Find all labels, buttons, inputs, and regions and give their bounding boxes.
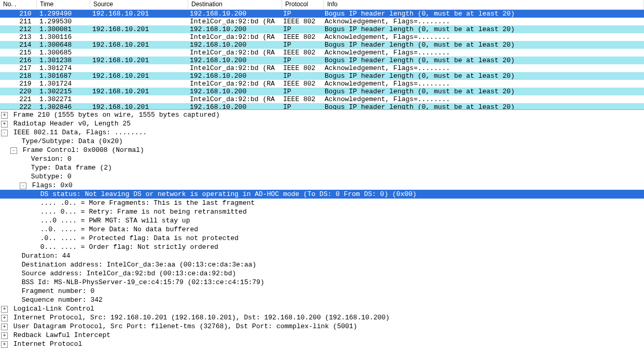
cell-dst: IntelCor_da:92:bd (RA bbox=[187, 18, 280, 25]
detail-text: Source address: IntelCor_da:92:bd (00:13… bbox=[22, 269, 236, 278]
detail-row[interactable]: Type/Subtype: Data (0x20) bbox=[0, 137, 644, 146]
cell-proto: IEEE 802 bbox=[280, 64, 321, 72]
tree-spacer bbox=[10, 138, 16, 144]
detail-text: Logical-Link Control bbox=[13, 304, 94, 313]
packet-row[interactable]: 2161.301238192.168.10.201192.168.10.200I… bbox=[0, 57, 644, 64]
detail-text: Internet Protocol bbox=[13, 340, 82, 348]
expand-icon[interactable]: + bbox=[1, 324, 8, 330]
detail-row[interactable]: Version: 0 bbox=[0, 155, 644, 163]
col-header-protocol[interactable]: Protocol bbox=[282, 0, 324, 9]
detail-text: Destination address: IntelCor_da:3e:aa (… bbox=[22, 260, 256, 269]
packet-row[interactable]: 2101.299490192.168.10.201192.168.10.200I… bbox=[0, 10, 644, 18]
col-header-source[interactable]: Source bbox=[90, 0, 188, 9]
detail-text: Duration: 44 bbox=[22, 251, 71, 260]
expand-icon[interactable]: + bbox=[1, 306, 8, 313]
packet-row[interactable]: 2171.301274IntelCor_da:92:bd (RAIEEE 802… bbox=[0, 64, 644, 72]
cell-src: 192.168.10.201 bbox=[89, 57, 187, 64]
cell-proto: IEEE 802 bbox=[280, 49, 321, 57]
detail-row[interactable]: .0.. .... = Protected flag: Data is not … bbox=[0, 234, 644, 243]
cell-time: 1.301687 bbox=[36, 72, 89, 80]
detail-row[interactable]: ..0. .... = More Data: No data buffered bbox=[0, 225, 644, 234]
cell-time: 1.300685 bbox=[36, 49, 89, 57]
packet-list-body[interactable]: 2101.299490192.168.10.201192.168.10.200I… bbox=[0, 10, 644, 109]
detail-row[interactable]: Duration: 44 bbox=[0, 251, 644, 260]
tree-spacer bbox=[20, 174, 25, 179]
tree-spacer bbox=[10, 297, 16, 303]
tree-spacer bbox=[10, 262, 16, 268]
packet-row[interactable]: 2201.302215192.168.10.201192.168.10.200I… bbox=[0, 88, 644, 95]
col-header-no[interactable]: No. . bbox=[0, 0, 37, 9]
cell-time: 1.300081 bbox=[36, 25, 89, 33]
packet-row[interactable]: 2191.301724IntelCor_da:92:bd (RAIEEE 802… bbox=[0, 80, 644, 88]
detail-row[interactable]: Destination address: IntelCor_da:3e:aa (… bbox=[0, 260, 644, 269]
cell-src bbox=[89, 49, 187, 57]
detail-row[interactable]: .... .0.. = More Fragments: This is the … bbox=[0, 199, 644, 207]
packet-row[interactable]: 2211.302271IntelCor_da:92:bd (RAIEEE 802… bbox=[0, 95, 644, 103]
detail-row[interactable]: + User Datagram Protocol, Src Port: file… bbox=[0, 322, 644, 331]
col-header-destination[interactable]: Destination bbox=[188, 0, 282, 9]
detail-text: Subtype: 0 bbox=[31, 172, 72, 181]
packet-row[interactable]: 2111.299530IntelCor_da:92:bd (RAIEEE 802… bbox=[0, 18, 644, 25]
detail-row[interactable]: Source address: IntelCor_da:92:bd (00:13… bbox=[0, 269, 644, 278]
detail-text: ...0 .... = PWR MGT: STA will stay up bbox=[40, 216, 190, 225]
cell-src: 192.168.10.201 bbox=[89, 103, 187, 109]
cell-no: 217 bbox=[0, 64, 36, 72]
cell-no: 214 bbox=[0, 41, 36, 49]
detail-row[interactable]: + Radiotap Header v0, Length 25 bbox=[0, 119, 644, 128]
detail-row[interactable]: + Logical-Link Control bbox=[0, 304, 644, 313]
expand-icon[interactable]: + bbox=[1, 341, 8, 348]
collapse-icon[interactable]: - bbox=[10, 147, 17, 154]
detail-row[interactable]: + Internet Protocol, Src: 192.168.10.201… bbox=[0, 313, 644, 322]
detail-row[interactable]: 0... .... = Order flag: Not strictly ord… bbox=[0, 243, 644, 251]
detail-row[interactable]: - IEEE 802.11 Data, Flags: ........ bbox=[0, 128, 644, 137]
expand-icon[interactable]: + bbox=[1, 315, 8, 321]
detail-row[interactable]: Sequence number: 342 bbox=[0, 296, 644, 304]
col-header-time[interactable]: Time bbox=[37, 0, 90, 9]
detail-text: Frame Control: 0x0008 (Normal) bbox=[23, 146, 144, 155]
expand-icon[interactable]: + bbox=[1, 121, 8, 128]
expand-icon[interactable]: + bbox=[1, 112, 8, 119]
cell-dst: IntelCor_da:92:bd (RA bbox=[187, 95, 280, 103]
detail-row[interactable]: .... 0... = Retry: Frame is not being re… bbox=[0, 207, 644, 216]
detail-row[interactable]: Fragment number: 0 bbox=[0, 287, 644, 296]
cell-no: 210 bbox=[0, 10, 36, 18]
cell-src: 192.168.10.201 bbox=[89, 25, 187, 33]
tree-spacer bbox=[29, 218, 35, 223]
detail-row[interactable]: Type: Data frame (2) bbox=[0, 163, 644, 172]
detail-row[interactable]: + Frame 210 (1555 bytes on wire, 1555 by… bbox=[0, 110, 644, 119]
cell-proto: IP bbox=[280, 103, 321, 109]
cell-src bbox=[89, 18, 187, 25]
detail-row[interactable]: - Flags: 0x0 bbox=[0, 181, 644, 190]
packet-row[interactable]: 2221.302846192.168.10.201192.168.10.200I… bbox=[0, 103, 644, 109]
detail-text: Internet Protocol, Src: 192.168.10.201 (… bbox=[13, 313, 390, 322]
detail-row[interactable]: ...0 .... = PWR MGT: STA will stay up bbox=[0, 216, 644, 225]
packet-details-pane[interactable]: + Frame 210 (1555 bytes on wire, 1555 by… bbox=[0, 110, 644, 351]
cell-info: Acknowledgement, Flags=........ bbox=[321, 80, 644, 88]
packet-row[interactable]: 2121.300081192.168.10.201192.168.10.200I… bbox=[0, 25, 644, 33]
cell-src bbox=[89, 95, 187, 103]
cell-time: 1.300648 bbox=[36, 41, 89, 49]
detail-text: BSS Id: MS-NLB-PhysServer-19_ce:c4:15:79… bbox=[22, 278, 264, 287]
detail-text: DS status: Not leaving DS or network is … bbox=[40, 190, 417, 199]
cell-dst: IntelCor_da:92:bd (RA bbox=[187, 64, 280, 72]
collapse-icon[interactable]: - bbox=[20, 182, 26, 189]
packet-row[interactable]: 2131.300116IntelCor_da:92:bd (RAIEEE 802… bbox=[0, 33, 644, 41]
detail-row[interactable]: DS status: Not leaving DS or network is … bbox=[0, 190, 644, 199]
expand-icon[interactable]: + bbox=[1, 332, 8, 339]
detail-row[interactable]: BSS Id: MS-NLB-PhysServer-19_ce:c4:15:79… bbox=[0, 278, 644, 287]
packet-list-header[interactable]: No. . Time Source Destination Protocol I… bbox=[0, 0, 644, 10]
col-header-info[interactable]: Info bbox=[324, 0, 644, 9]
detail-row[interactable]: + Redback Lawful Intercept bbox=[0, 331, 644, 340]
detail-row[interactable]: Subtype: 0 bbox=[0, 172, 644, 181]
packet-row[interactable]: 2181.301687192.168.10.201192.168.10.200I… bbox=[0, 72, 644, 80]
collapse-icon[interactable]: - bbox=[1, 130, 8, 136]
packet-row[interactable]: 2151.300685IntelCor_da:92:bd (RAIEEE 802… bbox=[0, 49, 644, 57]
detail-row[interactable]: - Frame Control: 0x0008 (Normal) bbox=[0, 146, 644, 155]
packet-row[interactable]: 2141.300648192.168.10.201192.168.10.200I… bbox=[0, 41, 644, 49]
cell-no: 212 bbox=[0, 25, 36, 33]
cell-no: 218 bbox=[0, 72, 36, 80]
tree-spacer bbox=[29, 191, 35, 197]
cell-src: 192.168.10.201 bbox=[89, 72, 187, 80]
detail-row[interactable]: + Internet Protocol bbox=[0, 340, 644, 348]
cell-dst: 192.168.10.200 bbox=[187, 41, 280, 49]
